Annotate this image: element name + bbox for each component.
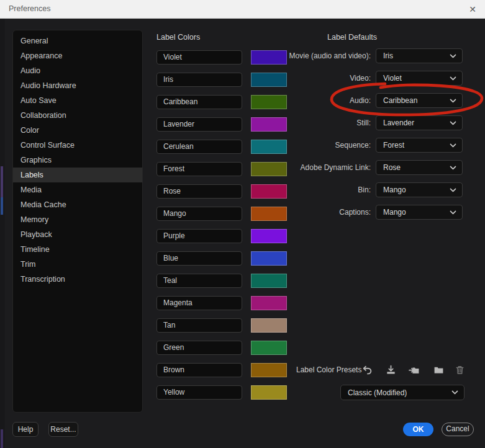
- label-name-field[interactable]: Mango: [156, 207, 242, 221]
- sidebar-item-playback[interactable]: Playback: [13, 227, 142, 242]
- dropdown-value: Rose: [376, 163, 450, 172]
- default-dropdown-video[interactable]: Violet: [376, 71, 463, 86]
- color-swatch[interactable]: [251, 229, 287, 243]
- sidebar-item-audio-hardware[interactable]: Audio Hardware: [13, 78, 142, 93]
- color-swatch[interactable]: [251, 341, 287, 355]
- label-name-field[interactable]: Cerulean: [156, 140, 242, 154]
- label-color-row: Tan: [156, 318, 288, 341]
- label-name-field[interactable]: Yellow: [156, 385, 242, 400]
- label-color-row: Rose: [156, 184, 288, 207]
- default-row-label: Captions:: [339, 208, 371, 217]
- color-swatch[interactable]: [251, 296, 287, 310]
- label-name-field[interactable]: Iris: [156, 73, 242, 87]
- sidebar-item-media-cache[interactable]: Media Cache: [13, 197, 142, 212]
- cancel-button[interactable]: Cancel: [442, 423, 474, 436]
- background-fragment: [1, 429, 3, 448]
- label-name-field[interactable]: Purple: [156, 229, 242, 243]
- label-name-field[interactable]: Forest: [156, 162, 242, 176]
- label-name-field[interactable]: Caribbean: [156, 95, 242, 109]
- label-color-row: Brown: [156, 363, 288, 385]
- label-name-field[interactable]: Brown: [156, 363, 242, 377]
- folder-icon[interactable]: [432, 363, 445, 377]
- color-swatch[interactable]: [251, 274, 287, 288]
- color-swatch[interactable]: [251, 73, 287, 87]
- background-fragment: [1, 166, 3, 197]
- ok-button[interactable]: OK: [403, 423, 433, 436]
- color-swatch[interactable]: [251, 318, 287, 333]
- sidebar-item-general[interactable]: General: [13, 34, 142, 48]
- color-swatch[interactable]: [251, 140, 287, 154]
- label-color-row: Green: [156, 341, 288, 363]
- label-color-row: Mango: [156, 207, 288, 229]
- label-name-field[interactable]: Rose: [156, 184, 242, 199]
- dropdown-value: Caribbean: [376, 96, 450, 105]
- default-dropdown-audio[interactable]: Caribbean: [376, 93, 463, 108]
- titlebar: Preferences ✕: [0, 0, 485, 19]
- label-color-row: Iris: [156, 73, 288, 95]
- color-swatch[interactable]: [251, 385, 287, 400]
- color-swatch[interactable]: [251, 251, 287, 266]
- label-default-row: Still:Lavender: [292, 115, 464, 138]
- label-name-field[interactable]: Lavender: [156, 117, 242, 132]
- close-icon[interactable]: ✕: [466, 3, 479, 16]
- undo-icon[interactable]: [360, 363, 374, 377]
- sidebar-item-trim[interactable]: Trim: [13, 257, 142, 272]
- sidebar-item-appearance[interactable]: Appearance: [13, 48, 142, 63]
- chevron-down-icon: [450, 99, 456, 103]
- label-name-field[interactable]: Tan: [156, 318, 242, 333]
- chevron-down-icon: [451, 390, 458, 395]
- chevron-down-icon: [450, 54, 456, 58]
- sidebar-item-collaboration[interactable]: Collaboration: [13, 108, 142, 123]
- dropdown-value: Forest: [376, 141, 450, 150]
- default-dropdown-still[interactable]: Lavender: [376, 115, 463, 130]
- sidebar-item-labels[interactable]: Labels: [13, 168, 142, 182]
- color-swatch[interactable]: [251, 117, 287, 132]
- default-dropdown-movie-audio-and-video[interactable]: Iris: [376, 48, 463, 63]
- sidebar-item-audio[interactable]: Audio: [13, 63, 142, 78]
- preferences-sidebar: GeneralAppearanceAudioAudio HardwareAuto…: [12, 30, 143, 413]
- default-row-label: Audio:: [350, 96, 371, 105]
- color-swatch[interactable]: [251, 184, 287, 199]
- color-swatch[interactable]: [251, 162, 287, 176]
- sidebar-item-color[interactable]: Color: [13, 123, 142, 138]
- sidebar-item-transcription[interactable]: Transcription: [13, 272, 142, 287]
- reset-button[interactable]: Reset...: [48, 422, 78, 437]
- label-default-row: Adobe Dynamic Link:Rose: [292, 160, 464, 182]
- default-dropdown-bin[interactable]: Mango: [376, 182, 463, 197]
- label-name-field[interactable]: Blue: [156, 251, 242, 266]
- color-swatch[interactable]: [251, 95, 287, 109]
- label-default-row: Video:Violet: [292, 71, 464, 93]
- label-name-field[interactable]: Teal: [156, 274, 242, 288]
- preset-dropdown[interactable]: Classic (Modified): [340, 385, 465, 400]
- sidebar-item-media[interactable]: Media: [13, 182, 142, 197]
- delete-icon[interactable]: [453, 363, 466, 377]
- help-button[interactable]: Help: [12, 422, 39, 437]
- chevron-down-icon: [450, 76, 456, 81]
- default-dropdown-adobe-dynamic-link[interactable]: Rose: [376, 160, 463, 175]
- default-dropdown-captions[interactable]: Mango: [376, 205, 463, 220]
- default-row-label: Still:: [356, 119, 371, 127]
- sidebar-item-control-surface[interactable]: Control Surface: [13, 138, 142, 153]
- import-preset-icon[interactable]: [407, 363, 421, 377]
- label-color-row: Purple: [156, 229, 288, 251]
- window-title: Preferences: [9, 4, 50, 13]
- color-swatch[interactable]: [251, 207, 287, 221]
- dropdown-value: Violet: [376, 74, 450, 83]
- sidebar-item-auto-save[interactable]: Auto Save: [13, 93, 142, 108]
- color-swatch[interactable]: [251, 50, 287, 65]
- default-row-label: Movie (audio and video):: [289, 52, 371, 60]
- color-swatch[interactable]: [251, 363, 287, 377]
- label-name-field[interactable]: Magenta: [156, 296, 242, 310]
- default-dropdown-sequence[interactable]: Forest: [376, 138, 463, 153]
- sidebar-item-memory[interactable]: Memory: [13, 212, 142, 227]
- sidebar-item-timeline[interactable]: Timeline: [13, 242, 142, 257]
- background-app-sliver: [0, 19, 5, 448]
- chevron-down-icon: [450, 188, 456, 192]
- label-name-field[interactable]: Green: [156, 341, 242, 355]
- sidebar-item-graphics[interactable]: Graphics: [13, 153, 142, 168]
- label-name-field[interactable]: Violet: [156, 50, 242, 65]
- label-color-row: Lavender: [156, 117, 288, 140]
- label-color-row: Blue: [156, 251, 288, 274]
- save-preset-icon[interactable]: [384, 363, 397, 377]
- label-default-row: Audio:Caribbean: [292, 93, 464, 115]
